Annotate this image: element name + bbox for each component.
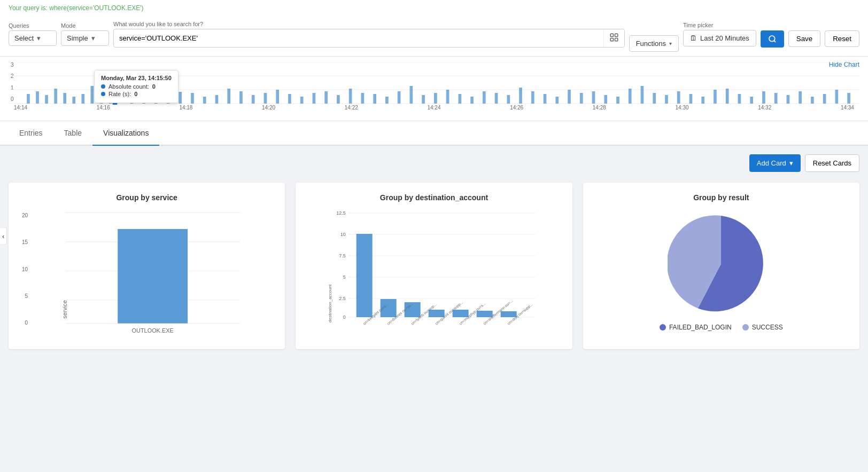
svg-text:12.5: 12.5	[336, 210, 346, 216]
svg-rect-51	[507, 95, 510, 104]
svg-rect-71	[750, 97, 753, 104]
tooltip-rate-dot-icon	[101, 92, 105, 96]
search-input-row	[113, 29, 625, 48]
queries-chevron-icon: ▾	[37, 34, 41, 42]
tooltip-absolute-value: 0	[152, 83, 156, 90]
queries-select[interactable]: Select ▾	[9, 30, 57, 46]
timeline-x-labels: 14:14 14:16 14:18 14:20 14:22 14:24 14:2…	[9, 105, 859, 111]
svg-rect-36	[324, 91, 328, 104]
query-info: Your query is: where(service='OUTLOOK.EX…	[9, 4, 859, 12]
svg-rect-43	[410, 86, 413, 104]
search-regex-button[interactable]	[603, 29, 624, 47]
result-pie-svg	[668, 210, 774, 317]
svg-text:service: service	[61, 300, 68, 319]
reset-button[interactable]: Reset	[825, 30, 859, 47]
tab-entries[interactable]: Entries	[9, 121, 53, 146]
svg-rect-48	[470, 97, 474, 104]
svg-rect-101	[356, 234, 373, 317]
timeline-tooltip: Monday, Mar 23, 14:15:50 Absolute count:…	[94, 70, 179, 103]
svg-rect-46	[446, 90, 449, 104]
add-card-label: Add Card	[757, 159, 786, 167]
svg-rect-38	[349, 89, 352, 104]
svg-rect-32	[276, 90, 279, 104]
sidebar-toggle[interactable]: ‹	[0, 227, 7, 245]
tab-visualizations[interactable]: Visualizations	[92, 121, 159, 146]
svg-rect-10	[27, 94, 30, 104]
svg-rect-12	[45, 95, 48, 104]
destination-svg: 12.5 10 7.5 5 2.5 0	[306, 210, 561, 328]
queries-select-value: Select	[14, 34, 34, 42]
tooltip-rate-label: Rate (s):	[108, 91, 131, 97]
svg-rect-11	[36, 91, 39, 104]
svg-rect-45	[434, 93, 437, 104]
svg-rect-60	[616, 97, 619, 104]
svg-text:2.5: 2.5	[339, 296, 346, 301]
search-label: What would you like to search for?	[113, 21, 625, 27]
time-value: Last 20 Minutes	[700, 34, 749, 42]
functions-group: Functions ▾	[629, 16, 679, 52]
svg-rect-52	[519, 88, 522, 104]
tooltip-title: Monday, Mar 23, 14:15:50	[101, 75, 172, 81]
service-svg: OUTLOOK.EXE service	[31, 210, 274, 339]
run-search-button[interactable]	[761, 30, 784, 48]
svg-rect-66	[689, 94, 693, 104]
charts-grid: Group by service 20 15 10 5 0	[9, 183, 859, 349]
mode-select-value: Simple	[67, 34, 88, 42]
top-bar: Your query is: where(service='OUTLOOK.EX…	[0, 0, 868, 57]
svg-rect-31	[264, 93, 267, 104]
svg-rect-61	[629, 89, 632, 104]
calendar-icon: 🗓	[690, 34, 697, 42]
functions-button[interactable]: Functions ▾	[629, 35, 679, 52]
time-group: Time picker 🗓 Last 20 Minutes	[683, 22, 756, 46]
svg-rect-14	[63, 93, 66, 104]
svg-rect-40	[373, 94, 376, 104]
svg-rect-70	[738, 94, 741, 104]
chart-service-title: Group by service	[19, 193, 274, 202]
chart-destination: Group by destination_account 12.5 10 7.5…	[296, 183, 572, 349]
svg-rect-0	[610, 34, 613, 36]
pie-container: FAILED_BAD_LOGIN SUCCESS	[594, 210, 849, 331]
search-input[interactable]	[114, 30, 603, 46]
timeline-chart: 3 2 1 0	[9, 62, 859, 115]
viz-section: Add Card ▾ Reset Cards Group by service …	[0, 146, 868, 358]
time-picker-button[interactable]: 🗓 Last 20 Minutes	[683, 30, 756, 46]
svg-text:7.5: 7.5	[339, 253, 346, 258]
svg-rect-37	[337, 95, 340, 104]
svg-rect-29	[239, 91, 243, 104]
svg-rect-2	[610, 38, 613, 41]
svg-point-4	[769, 36, 775, 42]
svg-rect-1	[615, 34, 617, 36]
svg-rect-27	[215, 95, 219, 104]
svg-rect-76	[811, 97, 814, 104]
mode-select[interactable]: Simple ▾	[61, 30, 109, 46]
chart-result-title: Group by result	[594, 193, 849, 202]
service-chart-area: OUTLOOK.EXE service	[31, 210, 274, 339]
svg-rect-39	[361, 93, 365, 104]
add-card-chevron-icon: ▾	[789, 159, 793, 167]
time-label: Time picker	[683, 22, 756, 28]
legend-failed: FAILED_BAD_LOGIN	[660, 324, 732, 331]
tooltip-absolute-label: Absolute count:	[108, 83, 149, 90]
reset-cards-button[interactable]: Reset Cards	[805, 154, 859, 172]
search-group: What would you like to search for?	[113, 21, 625, 48]
svg-rect-13	[54, 89, 57, 104]
svg-rect-79	[847, 93, 850, 104]
svg-rect-28	[227, 89, 230, 104]
svg-rect-3	[615, 38, 617, 41]
svg-rect-74	[787, 95, 790, 104]
svg-rect-33	[288, 94, 291, 104]
tooltip-absolute-row: Absolute count: 0	[101, 83, 172, 90]
save-button[interactable]: Save	[788, 30, 820, 47]
tab-table[interactable]: Table	[53, 121, 92, 146]
svg-text:10: 10	[340, 232, 346, 237]
svg-rect-67	[701, 97, 704, 104]
mode-group: Mode Simple ▾	[61, 22, 109, 46]
svg-rect-75	[799, 91, 802, 104]
chart-destination-title: Group by destination_account	[306, 193, 561, 202]
tooltip-dot-icon	[101, 84, 105, 89]
svg-rect-77	[823, 94, 826, 104]
svg-rect-16	[81, 94, 84, 104]
svg-rect-73	[774, 93, 778, 104]
svg-rect-15	[72, 97, 75, 104]
add-card-button[interactable]: Add Card ▾	[749, 154, 801, 172]
